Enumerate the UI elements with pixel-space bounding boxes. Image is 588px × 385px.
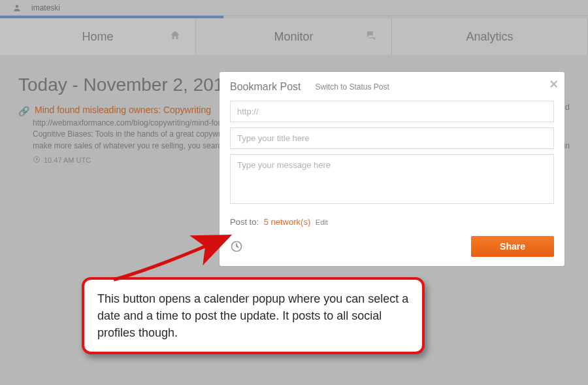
nav-tabs: Home Monitor Analytics: [0, 18, 588, 55]
link-icon: 🔗: [18, 106, 29, 116]
post-time: 10.47 AM UTC: [44, 156, 91, 164]
modal-title: Bookmark Post: [230, 81, 301, 93]
tab-monitor-label: Monitor: [274, 30, 313, 44]
tab-analytics[interactable]: Analytics: [392, 18, 588, 55]
schedule-icon[interactable]: [230, 240, 243, 253]
tab-monitor[interactable]: Monitor: [196, 18, 392, 55]
message-input[interactable]: [230, 154, 554, 204]
post-title[interactable]: Mind found misleading owners: Copywritin…: [35, 105, 211, 116]
networks-count[interactable]: 5 network(s): [264, 217, 311, 227]
edit-networks-link[interactable]: Edit: [316, 218, 328, 226]
tab-home-label: Home: [82, 30, 113, 44]
url-input[interactable]: [230, 101, 554, 122]
chat-icon: [365, 29, 377, 44]
close-icon[interactable]: ×: [549, 77, 558, 92]
bookmark-post-modal: × Bookmark Post Switch to Status Post Po…: [220, 72, 564, 266]
tab-analytics-label: Analytics: [466, 30, 513, 44]
tab-home[interactable]: Home: [0, 18, 196, 55]
home-icon: [169, 29, 181, 44]
user-bar: imateski: [0, 0, 588, 16]
annotation-text: This button opens a calender popup where…: [97, 292, 408, 339]
postto-label: Post to:: [230, 217, 259, 227]
share-button[interactable]: Share: [471, 236, 554, 257]
clock-icon: [33, 156, 41, 165]
annotation-callout: This button opens a calender popup where…: [82, 277, 425, 354]
title-input[interactable]: [230, 127, 554, 149]
switch-to-status-link[interactable]: Switch to Status Post: [315, 82, 389, 92]
username[interactable]: imateski: [31, 3, 60, 12]
user-icon: [13, 4, 21, 12]
postto-row: Post to: 5 network(s) Edit: [230, 217, 554, 227]
